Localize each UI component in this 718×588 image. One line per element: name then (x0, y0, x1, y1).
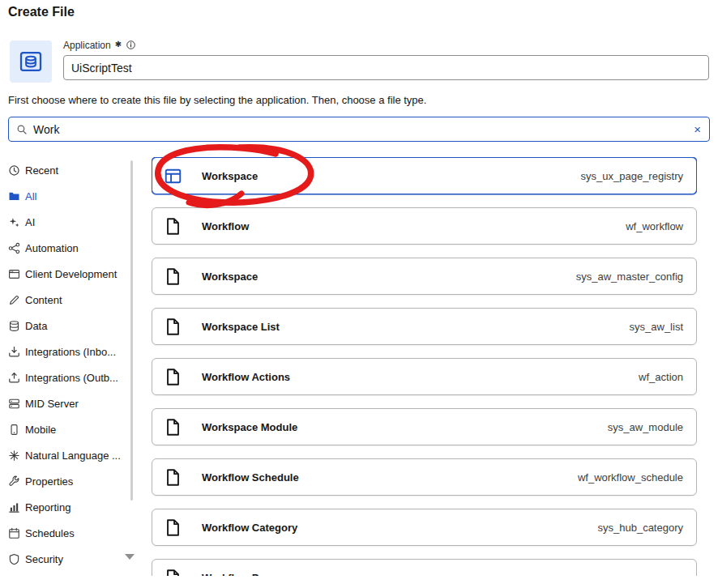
sidebar-item-label: Integrations (Inbo... (25, 346, 116, 358)
reporting-icon (8, 501, 20, 513)
search-field: × (8, 117, 710, 142)
sidebar-item-all[interactable]: All (8, 183, 128, 209)
sidebar-item-label: Automation (25, 242, 79, 254)
file-type-card[interactable]: Workflow Schedule wf_workflow_schedule (152, 458, 697, 496)
file-icon (164, 217, 182, 236)
sidebar-item-label: Client Development (25, 268, 117, 280)
sidebar-item-ai[interactable]: AI (8, 209, 128, 235)
file-type-label: Workflow (202, 220, 249, 232)
sidebar-item-properties[interactable]: Properties (8, 468, 128, 494)
sidebar-item-label: Schedules (25, 527, 75, 539)
sidebar-item-reporting[interactable]: Reporting (8, 494, 128, 520)
info-icon[interactable] (126, 40, 136, 50)
file-type-table: sys_ux_page_registry (581, 170, 683, 182)
sidebar-item-label: Reporting (25, 501, 71, 513)
sidebar-item-label: Mobile (25, 424, 56, 436)
file-type-card[interactable]: Workspace sys_aw_master_config (152, 258, 697, 295)
file-type-label: Workspace Module (202, 421, 297, 433)
file-type-card[interactable]: Workflow Category sys_hub_category (152, 509, 697, 546)
file-type-card[interactable]: Workspace List sys_aw_list (152, 308, 697, 345)
workspace-icon (164, 167, 182, 185)
data-icon (8, 320, 20, 332)
sidebar-item-label: Data (25, 320, 47, 332)
sidebar-item-mobile[interactable]: Mobile (8, 416, 128, 442)
sidebar-item-label: Security (25, 553, 63, 565)
sidebar-item-schedules[interactable]: Schedules (8, 520, 128, 546)
mid-server-icon (8, 398, 20, 410)
natural-language-icon (8, 450, 20, 462)
file-type-label: Workspace (202, 170, 258, 182)
sidebar-item-data[interactable]: Data (8, 313, 128, 339)
helper-text: First choose where to create this file b… (8, 94, 426, 106)
file-type-table: sys_hub_category (597, 522, 683, 534)
sidebar-item-label: Recent (25, 164, 58, 177)
file-type-table: sys_aw_master_config (576, 271, 683, 283)
sidebar-item-natural-language[interactable]: Natural Language ... (8, 442, 128, 468)
content-area: Recent All AI Automation Client Developm… (0, 154, 718, 588)
application-icon (10, 40, 52, 83)
file-type-card[interactable]: Workflow Pro (152, 559, 697, 576)
file-type-label: Workflow Pro (202, 572, 270, 577)
application-label-row: Application ✱ (63, 39, 709, 51)
search-input[interactable] (33, 123, 687, 136)
file-type-table: sys_aw_module (608, 421, 683, 433)
sidebar-scrollbar[interactable] (130, 160, 133, 501)
mobile-icon (8, 424, 20, 436)
content-icon (8, 294, 20, 306)
file-icon (164, 368, 182, 386)
file-type-table: wf_workflow (626, 220, 683, 232)
properties-icon (8, 475, 20, 488)
sidebar-item-label: Content (25, 294, 62, 306)
sparkle-icon (8, 216, 20, 228)
results-list: Workspace sys_ux_page_registry Workflow … (152, 157, 697, 576)
file-type-label: Workflow Category (202, 522, 297, 534)
sidebar-item-label: AI (25, 216, 35, 228)
sidebar-item-security[interactable]: Security (8, 546, 128, 572)
file-type-card[interactable]: Workflow Actions wf_action (152, 358, 697, 395)
sidebar-item-integrations-outb[interactable]: Integrations (Outb... (8, 364, 128, 390)
file-type-label: Workspace (202, 271, 258, 283)
file-type-label: Workspace List (202, 321, 280, 333)
file-type-label: Workflow Actions (202, 371, 290, 383)
file-type-card[interactable]: Workspace Module sys_aw_module (152, 408, 697, 445)
file-type-table: wf_workflow_schedule (578, 471, 683, 484)
create-file-dialog: Create File Application ✱ First choose w… (0, 0, 718, 588)
file-type-table: sys_aw_list (630, 321, 683, 333)
file-icon (164, 418, 182, 437)
file-type-label: Workflow Schedule (202, 471, 299, 484)
sidebar-item-content[interactable]: Content (8, 287, 128, 313)
application-section: Application ✱ (10, 39, 709, 83)
chevron-down-icon[interactable] (125, 554, 135, 560)
clock-icon (8, 164, 20, 177)
file-icon (164, 518, 182, 537)
schedules-icon (8, 527, 20, 539)
search-icon (16, 124, 28, 135)
file-type-card[interactable]: Workspace sys_ux_page_registry (152, 157, 697, 194)
file-type-table: wf_action (639, 371, 683, 383)
sidebar-item-mid-server[interactable]: MID Server (8, 390, 128, 416)
sidebar-item-automation[interactable]: Automation (8, 235, 128, 261)
sidebar-item-label: All (25, 190, 36, 202)
clear-search-icon[interactable]: × (693, 123, 702, 135)
sidebar-item-label: MID Server (25, 398, 79, 410)
file-icon (164, 267, 182, 286)
page-title: Create File (8, 5, 75, 19)
client-development-icon (8, 268, 20, 280)
sidebar-item-label: Integrations (Outb... (25, 372, 118, 384)
application-input[interactable] (63, 55, 709, 80)
sidebar-item-label: Properties (25, 475, 73, 488)
file-icon (164, 468, 182, 487)
folder-icon (8, 190, 20, 202)
automation-icon (8, 242, 20, 254)
sidebar-item-integrations-inbo[interactable]: Integrations (Inbo... (8, 339, 128, 364)
integrations-inbound-icon (8, 346, 20, 358)
sidebar-item-recent[interactable]: Recent (8, 157, 128, 183)
security-icon (8, 553, 20, 565)
required-marker: ✱ (115, 40, 122, 49)
sidebar: Recent All AI Automation Client Developm… (8, 157, 128, 572)
sidebar-item-client-development[interactable]: Client Development (8, 261, 128, 287)
application-label: Application (63, 40, 111, 51)
application-field: Application ✱ (63, 39, 709, 80)
integrations-outbound-icon (8, 372, 20, 384)
file-type-card[interactable]: Workflow wf_workflow (152, 207, 697, 245)
